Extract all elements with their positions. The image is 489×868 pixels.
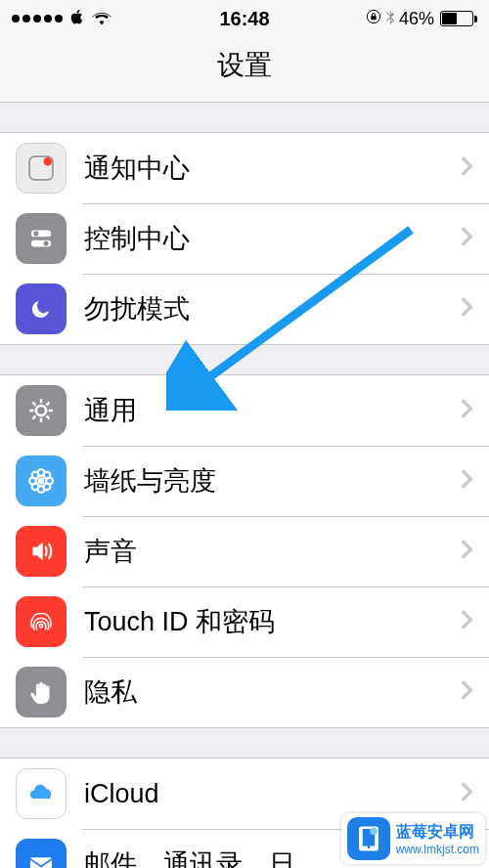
clock: 16:48 <box>219 8 269 30</box>
row-label: Touch ID 和密码 <box>84 604 460 639</box>
speaker-icon <box>16 526 67 577</box>
fingerprint-icon <box>16 596 67 647</box>
cloud-icon <box>16 768 67 819</box>
row-label: 通用 <box>84 393 460 428</box>
gear-icon <box>16 385 67 436</box>
flower-icon <box>16 456 67 506</box>
row-label: iCloud <box>84 779 460 809</box>
status-left <box>12 8 111 30</box>
svg-point-4 <box>33 231 38 236</box>
watermark-title: 蓝莓安卓网 <box>396 822 479 843</box>
svg-point-6 <box>44 241 49 246</box>
chevron-right-icon <box>460 781 473 806</box>
row-privacy[interactable]: 隐私 <box>0 657 489 727</box>
page-title: 设置 <box>0 37 489 103</box>
wifi-icon <box>92 8 111 30</box>
svg-point-22 <box>44 472 51 479</box>
battery-percentage: 46% <box>399 9 434 29</box>
chevron-right-icon <box>460 468 473 494</box>
row-general[interactable]: 通用 <box>0 375 489 446</box>
chevron-right-icon <box>460 609 473 634</box>
row-sounds[interactable]: 声音 <box>0 516 489 586</box>
chevron-right-icon <box>460 226 473 251</box>
settings-group-2: 通用 墙纸与亮度 声音 Touch ID 和密码 隐私 <box>0 374 489 728</box>
svg-point-2 <box>44 157 53 166</box>
moon-icon <box>16 283 67 334</box>
switches-icon <box>16 213 67 264</box>
row-touchid[interactable]: Touch ID 和密码 <box>0 586 489 657</box>
watermark: 蓝莓安卓网 www.lmkjst.com <box>341 813 485 864</box>
bluetooth-icon <box>385 9 395 29</box>
battery-icon <box>438 11 477 26</box>
watermark-url: www.lmkjst.com <box>396 843 479 856</box>
rotation-lock-icon <box>366 9 381 29</box>
svg-line-14 <box>47 403 50 406</box>
row-control-center[interactable]: 控制中心 <box>0 203 489 274</box>
row-label: 控制中心 <box>84 221 460 256</box>
chevron-right-icon <box>460 296 473 322</box>
svg-point-24 <box>44 484 51 491</box>
row-wallpaper[interactable]: 墙纸与亮度 <box>0 446 489 516</box>
carrier-apple-icon <box>68 8 86 30</box>
svg-point-16 <box>38 478 45 485</box>
svg-point-7 <box>36 406 46 415</box>
row-label: 声音 <box>84 534 460 569</box>
watermark-text: 蓝莓安卓网 www.lmkjst.com <box>396 822 479 856</box>
notification-icon <box>16 143 67 194</box>
row-label: 隐私 <box>84 674 460 710</box>
row-label: 通知中心 <box>84 151 460 186</box>
svg-point-25 <box>39 625 42 628</box>
status-bar: 16:48 46% <box>0 0 489 37</box>
chevron-right-icon <box>460 539 473 564</box>
signal-strength-icon <box>12 15 63 22</box>
row-label: 勿扰模式 <box>84 291 460 326</box>
svg-point-21 <box>32 472 39 479</box>
svg-point-28 <box>370 828 378 836</box>
settings-group-1: 通知中心 控制中心 勿扰模式 <box>0 132 489 345</box>
chevron-right-icon <box>460 398 473 423</box>
svg-line-12 <box>33 403 36 406</box>
row-notifications[interactable]: 通知中心 <box>0 133 489 203</box>
svg-point-23 <box>32 484 39 491</box>
chevron-right-icon <box>460 155 473 181</box>
row-label: 墙纸与亮度 <box>84 463 460 499</box>
svg-line-13 <box>47 416 50 419</box>
svg-line-15 <box>33 416 36 419</box>
row-dnd[interactable]: 勿扰模式 <box>0 274 489 344</box>
hand-icon <box>16 667 67 717</box>
status-right: 46% <box>366 9 477 29</box>
chevron-right-icon <box>460 679 473 705</box>
watermark-logo-icon <box>347 817 390 860</box>
mail-icon <box>16 839 67 868</box>
